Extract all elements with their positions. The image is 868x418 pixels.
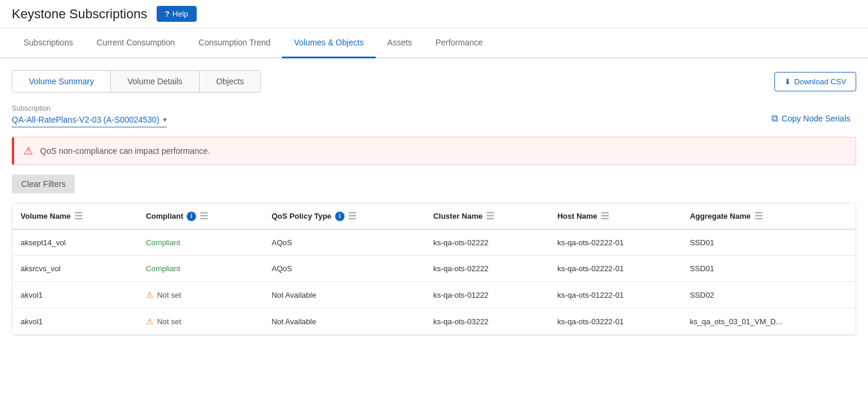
copy-node-serials-label: Copy Node Serials [781, 114, 850, 123]
cell-volume-name: akvol1 [12, 308, 138, 335]
subscription-selector: Subscription QA-All-RatePlans-V2-03 (A-S… [12, 104, 167, 127]
table-header-row: Volume Name ☰ Compliant i ☰ QoS Po [12, 203, 856, 229]
not-set-status: ⚠Not set [146, 317, 256, 326]
copy-icon [771, 113, 778, 124]
download-csv-button[interactable]: Download CSV [774, 72, 856, 91]
cell-qos-policy-type: AQoS [263, 229, 425, 256]
col-header-aggregate-name: Aggregate Name ☰ [681, 203, 856, 229]
col-menu-qos[interactable]: ☰ [348, 210, 356, 222]
subscription-dropdown[interactable]: QA-All-RatePlans-V2-03 (A-S00024530) ▾ [12, 115, 167, 127]
cell-host-name: ks-qa-ots-02222-01 [549, 256, 681, 282]
col-menu-compliant[interactable]: ☰ [200, 210, 208, 222]
cell-compliant: Compliant [138, 256, 264, 282]
cell-qos-policy-type: Not Available [263, 282, 425, 308]
cell-aggregate-name: SSD01 [681, 256, 856, 282]
data-table: Volume Name ☰ Compliant i ☰ QoS Po [12, 203, 856, 335]
clear-filters-button[interactable]: Clear Filters [12, 175, 75, 193]
table-row: akvol1⚠Not setNot Availableks-qa-ots-032… [12, 308, 856, 335]
not-set-status: ⚠Not set [146, 290, 256, 299]
chevron-down-icon: ▾ [163, 116, 167, 124]
tab-assets[interactable]: Assets [376, 28, 424, 58]
cell-host-name: ks-qa-ots-03222-01 [549, 308, 681, 335]
subscription-row: Subscription QA-All-RatePlans-V2-03 (A-S… [12, 104, 856, 127]
warning-banner: ⚠ QoS non-compliance can impact performa… [12, 137, 856, 165]
cell-host-name: ks-qa-ots-01222-01 [549, 282, 681, 308]
tab-current-consumption[interactable]: Current Consumption [85, 28, 187, 58]
app-title: Keystone Subscriptions [12, 6, 147, 22]
cell-host-name: ks-qa-ots-02222-01 [549, 229, 681, 256]
col-header-volume-name: Volume Name ☰ [12, 203, 138, 229]
content-area: Volume Summary Volume Details Objects Do… [0, 58, 868, 347]
tab-volumes-objects[interactable]: Volumes & Objects [282, 28, 375, 58]
col-header-compliant: Compliant i ☰ [138, 203, 264, 229]
app-header: Keystone Subscriptions Help [0, 0, 868, 28]
tab-subscriptions[interactable]: Subscriptions [12, 28, 85, 58]
cell-compliant: ⚠Not set [138, 282, 264, 308]
table-row: aksept14_volCompliantAQoSks-qa-ots-02222… [12, 229, 856, 256]
cell-compliant: ⚠Not set [138, 308, 264, 335]
warning-icon: ⚠ [24, 144, 33, 157]
sub-tab-volume-details[interactable]: Volume Details [111, 71, 199, 92]
cell-cluster-name: ks-qa-ots-02222 [425, 256, 549, 282]
qos-info-icon[interactable]: i [335, 212, 344, 221]
cell-qos-policy-type: AQoS [263, 256, 425, 282]
subscription-label: Subscription [12, 104, 167, 113]
col-menu-aggregate[interactable]: ☰ [754, 210, 763, 222]
cell-volume-name: aksept14_vol [12, 229, 138, 256]
compliant-status: Compliant [146, 264, 181, 273]
table-row: akvol1⚠Not setNot Availableks-qa-ots-012… [12, 282, 856, 308]
table-row: aksrcvs_volCompliantAQoSks-qa-ots-02222k… [12, 256, 856, 282]
warning-message: QoS non-compliance can impact performanc… [40, 146, 210, 156]
cell-volume-name: akvol1 [12, 282, 138, 308]
cell-aggregate-name: SSD01 [681, 229, 856, 256]
cell-cluster-name: ks-qa-ots-02222 [425, 229, 549, 256]
subscription-value: QA-All-RatePlans-V2-03 (A-S00024530) [12, 115, 160, 124]
copy-node-serials-button[interactable]: Copy Node Serials [766, 110, 856, 127]
sub-tabs: Volume Summary Volume Details Objects [12, 70, 261, 93]
cell-compliant: Compliant [138, 229, 264, 256]
warning-triangle-icon: ⚠ [146, 317, 154, 326]
nav-tabs: Subscriptions Current Consumption Consum… [0, 28, 868, 58]
tab-performance[interactable]: Performance [424, 28, 495, 58]
compliant-info-icon[interactable]: i [187, 212, 196, 221]
cell-cluster-name: ks-qa-ots-01222 [425, 282, 549, 308]
sub-tab-objects[interactable]: Objects [200, 71, 260, 92]
download-csv-label: Download CSV [794, 77, 846, 86]
cell-volume-name: aksrcvs_vol [12, 256, 138, 282]
col-menu-volume-name[interactable]: ☰ [74, 210, 82, 222]
cell-aggregate-name: ks_qa_ots_03_01_VM_D... [681, 308, 856, 335]
tab-consumption-trend[interactable]: Consumption Trend [187, 28, 282, 58]
help-button[interactable]: Help [157, 6, 197, 22]
warning-triangle-icon: ⚠ [146, 290, 154, 299]
cell-qos-policy-type: Not Available [263, 308, 425, 335]
col-menu-host[interactable]: ☰ [601, 210, 609, 222]
download-icon [784, 77, 791, 86]
cell-aggregate-name: SSD02 [681, 282, 856, 308]
sub-tabs-row: Volume Summary Volume Details Objects Do… [12, 70, 856, 93]
cell-cluster-name: ks-qa-ots-03222 [425, 308, 549, 335]
compliant-status: Compliant [146, 238, 181, 247]
col-header-host-name: Host Name ☰ [549, 203, 681, 229]
col-menu-cluster[interactable]: ☰ [486, 210, 494, 222]
sub-tab-volume-summary[interactable]: Volume Summary [12, 71, 111, 92]
col-header-cluster-name: Cluster Name ☰ [425, 203, 549, 229]
col-header-qos-policy-type: QoS Policy Type i ☰ [263, 203, 425, 229]
